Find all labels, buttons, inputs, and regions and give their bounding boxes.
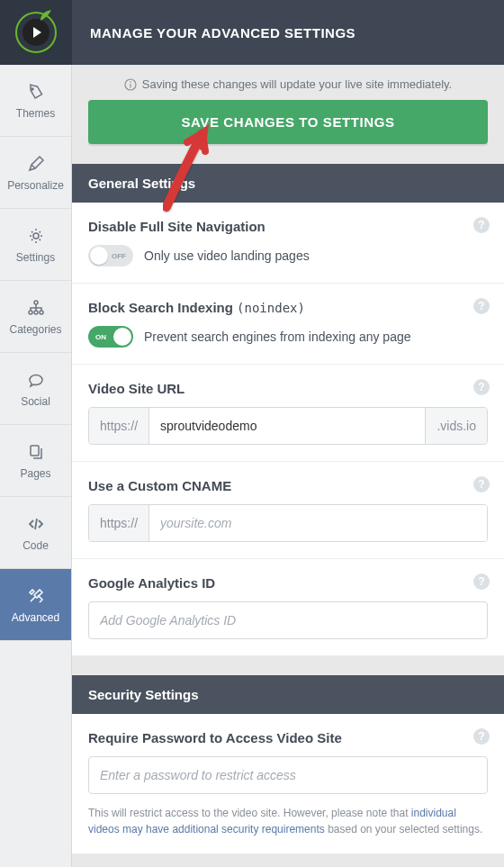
field-block-index: ? Block Search Indexing (noindex) ON Pre… [72,284,504,365]
tag-icon [26,82,46,102]
sidebar: Themes Personalize Settings Categories S… [0,65,72,867]
toggle-block-index[interactable]: ON [88,326,133,348]
field-title: Require Password to Access Video Site [88,730,488,745]
sidebar-item-settings[interactable]: Settings [0,209,71,281]
general-settings-panel: ? Disable Full Site Navigation OFF Only … [72,203,504,655]
help-icon[interactable]: ? [473,379,490,395]
url-prefix: https:// [89,505,149,541]
ga-id-input[interactable] [88,601,488,639]
svg-point-8 [130,81,131,83]
toggle-description: Only use video landing pages [144,248,310,263]
security-settings-header: Security Settings [72,675,504,714]
sidebar-item-pages[interactable]: Pages [0,425,71,497]
notice-text: Saving these changes will update your li… [142,77,452,91]
sidebar-item-themes[interactable]: Themes [0,65,71,137]
notice-banner: Saving these changes will update your li… [72,65,504,100]
field-title: Video Site URL [88,381,488,396]
sidebar-item-personalize[interactable]: Personalize [0,137,71,209]
copy-icon [26,442,46,462]
field-title: Google Analytics ID [88,575,488,591]
sidebar-item-code[interactable]: Code [0,497,71,569]
leaf-icon [39,8,53,23]
svg-rect-9 [130,84,130,88]
app-logo[interactable] [0,0,72,65]
toggle-disable-nav[interactable]: OFF [88,245,133,266]
page-title: MANAGE YOUR ADVANCED SETTINGS [90,25,356,41]
help-icon[interactable]: ? [473,573,490,590]
field-title: Block Search Indexing (noindex) [88,300,488,315]
svg-point-3 [29,311,32,314]
svg-point-2 [34,301,38,304]
sidebar-item-advanced[interactable]: Advanced [0,569,71,641]
chat-icon [26,370,46,390]
gear-icon [26,226,46,246]
field-cname: ? Use a Custom CNAME https:// [72,462,504,559]
field-ga-id: ? Google Analytics ID [72,559,504,655]
info-icon [124,78,137,91]
url-prefix: https:// [89,408,149,444]
save-changes-button[interactable]: SAVE CHANGES TO SETTINGS [88,100,488,144]
svg-point-1 [33,233,39,239]
cname-input[interactable] [149,505,487,541]
field-title: Disable Full Site Navigation [88,219,488,234]
help-icon[interactable]: ? [473,728,490,745]
pencil-icon [26,154,46,174]
top-bar: MANAGE YOUR ADVANCED SETTINGS [0,0,504,65]
site-url-input[interactable] [149,408,425,444]
svg-point-0 [32,88,33,90]
main-content: Saving these changes will update your li… [72,65,504,867]
tools-icon [26,586,46,606]
code-icon [26,514,46,534]
url-suffix: .vids.io [425,408,487,444]
svg-rect-6 [31,446,39,456]
field-title: Use a Custom CNAME [88,478,488,493]
field-site-url: ? Video Site URL https:// .vids.io [72,365,504,462]
field-password: ? Require Password to Access Video Site … [72,714,504,853]
general-settings-header: General Settings [72,164,504,203]
help-icon[interactable]: ? [473,217,490,233]
help-icon[interactable]: ? [473,298,490,314]
field-disable-nav: ? Disable Full Site Navigation OFF Only … [72,203,504,284]
svg-point-4 [34,311,38,314]
sitemap-icon [26,298,46,318]
sidebar-item-social[interactable]: Social [0,353,71,425]
password-input[interactable] [88,756,488,794]
toggle-description: Prevent search engines from indexing any… [144,330,411,344]
helper-text: This will restrict access to the video s… [88,805,488,837]
help-icon[interactable]: ? [473,476,490,492]
sidebar-item-categories[interactable]: Categories [0,281,71,353]
security-settings-panel: ? Require Password to Access Video Site … [72,714,504,853]
svg-point-5 [40,311,43,314]
